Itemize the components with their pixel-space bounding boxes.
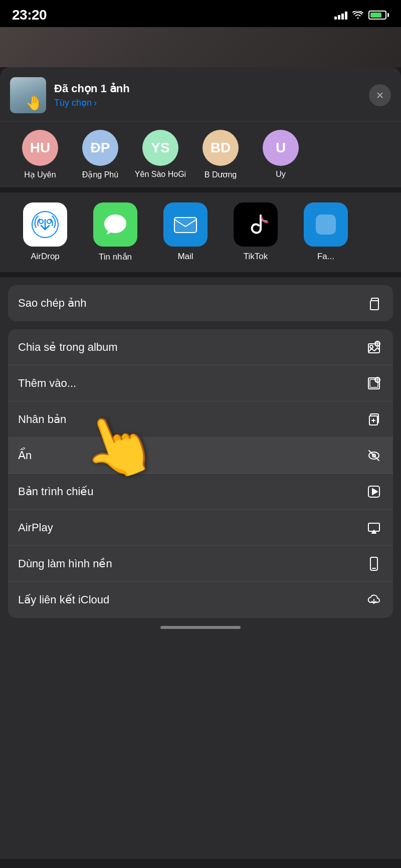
svg-rect-4 <box>174 218 196 233</box>
person-name-3: B Dương <box>205 170 237 179</box>
action-list-group: Chia sẻ trong album Thêm vào... Nhân bản… <box>8 329 393 618</box>
svg-marker-28 <box>372 489 377 495</box>
svg-point-1 <box>39 220 43 224</box>
svg-rect-6 <box>316 214 336 235</box>
icloud-icon <box>365 591 383 609</box>
phone-icon <box>365 555 383 573</box>
action-label-slideshow: Bản trình chiếu <box>18 485 94 498</box>
background-blur <box>0 27 401 67</box>
person-avatar-0: HU <box>22 130 58 166</box>
play-icon <box>365 483 383 501</box>
app-item-tiktok[interactable]: TikTok <box>221 202 291 262</box>
app-item-mail[interactable]: Mail <box>150 202 221 262</box>
section-divider-2 <box>0 272 401 277</box>
action-slideshow[interactable]: Bản trình chiếu <box>8 474 393 510</box>
app-label-0: AirDrop <box>31 252 60 262</box>
person-name-2: Yên Sào HoGi <box>135 170 186 179</box>
action-icloud-link[interactable]: Lấy liên kết iCloud <box>8 582 393 618</box>
action-label-airplay: AirPlay <box>18 521 53 534</box>
app-item-fa...[interactable]: Fa... <box>291 202 361 262</box>
action-label-share-album: Chia sẻ trong album <box>18 341 118 354</box>
person-item-0[interactable]: HU Hạ Uyên <box>10 130 70 179</box>
person-name-0: Hạ Uyên <box>24 170 56 179</box>
person-name-4: Uy <box>276 170 286 179</box>
action-copy-photo-group: Sao chép ảnh <box>8 285 393 321</box>
app-icon-messages <box>93 202 137 247</box>
person-avatar-2: YS <box>142 130 178 166</box>
action-hide[interactable]: Ẩn <box>8 438 393 474</box>
close-button[interactable] <box>369 84 391 106</box>
person-item-1[interactable]: ĐP Đặng Phú <box>70 130 130 179</box>
app-item-airdrop[interactable]: AirDrop <box>10 202 80 262</box>
share-header-info: Đã chọn 1 ảnh Tùy chọn › <box>54 82 361 108</box>
action-copy-photo-label: Sao chép ảnh <box>18 297 87 310</box>
add-album-icon <box>365 374 383 392</box>
person-avatar-3: BD <box>203 130 239 166</box>
person-avatar-1: ĐP <box>82 130 118 166</box>
person-item-4[interactable]: U Uy <box>251 130 311 179</box>
app-label-2: Mail <box>177 252 193 262</box>
action-label-duplicate: Nhân bản <box>18 413 66 426</box>
duplicate-icon <box>365 410 383 428</box>
battery-icon <box>368 11 389 20</box>
apps-row: AirDrop Tin nhắn Mail TikTok Fa... <box>0 192 401 272</box>
app-icon-mail <box>163 202 208 247</box>
person-name-1: Đặng Phú <box>82 170 118 179</box>
action-share-album[interactable]: Chia sẻ trong album <box>8 329 393 365</box>
action-label-wallpaper: Dùng làm hình nền <box>18 557 112 570</box>
app-icon-partial <box>304 202 348 247</box>
signal-bars <box>334 11 347 20</box>
svg-point-9 <box>370 345 373 348</box>
people-row: HU Hạ Uyên ĐP Đặng Phú YS Yên Sào HoGi B… <box>0 122 401 187</box>
share-album-icon <box>365 338 383 356</box>
person-avatar-4: U <box>263 130 299 166</box>
svg-point-2 <box>47 220 51 224</box>
share-header: 🤚 Đã chọn 1 ảnh Tùy chọn › <box>0 67 401 122</box>
app-label-1: Tin nhắn <box>99 252 132 262</box>
action-copy-photo[interactable]: Sao chép ảnh <box>8 285 393 321</box>
time: 23:20 <box>12 7 47 23</box>
copy-icon <box>365 294 383 312</box>
share-sheet: 🤚 Đã chọn 1 ảnh Tùy chọn › HU Hạ Uyên ĐP… <box>0 67 401 859</box>
status-bar: 23:20 <box>0 0 401 27</box>
wifi-icon <box>352 11 363 19</box>
action-label-icloud-link: Lấy liên kết iCloud <box>18 593 109 606</box>
app-icon-tiktok <box>234 202 278 247</box>
action-label-add-to: Thêm vào... <box>18 377 76 390</box>
action-label-hide: Ẩn <box>18 449 32 462</box>
action-airplay[interactable]: AirPlay <box>8 510 393 546</box>
home-indicator <box>160 626 241 629</box>
status-icons <box>334 11 389 20</box>
action-wallpaper[interactable]: Dùng làm hình nền <box>8 546 393 582</box>
svg-rect-7 <box>370 301 378 310</box>
app-label-3: TikTok <box>244 252 268 262</box>
app-item-tin-nhắn[interactable]: Tin nhắn <box>80 202 150 262</box>
person-item-3[interactable]: BD B Dương <box>190 130 251 179</box>
section-divider <box>0 187 401 192</box>
share-title: Đã chọn 1 ảnh <box>54 82 361 95</box>
app-label-4: Fa... <box>317 252 334 262</box>
share-preview-thumb: 🤚 <box>10 77 46 113</box>
airplay-icon <box>365 519 383 537</box>
app-icon-airdrop <box>23 202 67 247</box>
person-item-2[interactable]: YS Yên Sào HoGi <box>130 130 190 179</box>
share-subtitle[interactable]: Tùy chọn › <box>54 97 361 108</box>
action-add-to[interactable]: Thêm vào... <box>8 365 393 401</box>
action-duplicate[interactable]: Nhân bản <box>8 401 393 438</box>
hide-icon <box>365 447 383 465</box>
